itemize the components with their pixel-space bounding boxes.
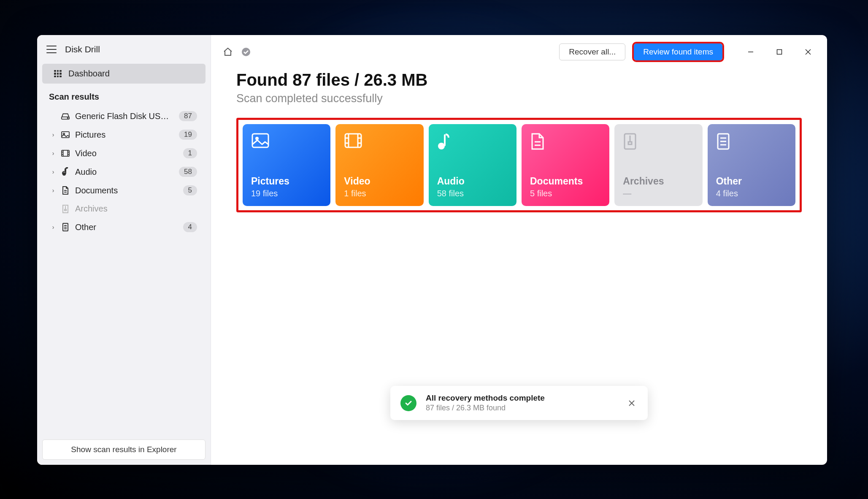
dashboard-label: Dashboard xyxy=(68,69,110,79)
svg-point-11 xyxy=(62,172,66,176)
sidebar-header: Disk Drill xyxy=(37,35,211,64)
card-title: Archives xyxy=(623,176,694,187)
archives-icon xyxy=(623,133,694,154)
card-archives[interactable]: Archives — xyxy=(614,124,702,206)
sidebar-item-count: 4 xyxy=(183,222,197,232)
card-sub: 4 files xyxy=(716,189,787,198)
app-window: Disk Drill Dashboard Scan results › Gene… xyxy=(37,35,827,465)
card-sub: 5 files xyxy=(530,189,601,198)
sidebar-item-device[interactable]: › Generic Flash Disk USB D... 87 xyxy=(42,107,206,125)
svg-rect-40 xyxy=(628,142,632,144)
home-icon[interactable] xyxy=(223,47,233,57)
card-title: Audio xyxy=(437,176,508,187)
drive-icon xyxy=(61,112,70,120)
svg-point-20 xyxy=(242,48,250,56)
device-label: Generic Flash Disk USB D... xyxy=(75,111,174,121)
video-icon xyxy=(61,149,70,157)
other-icon xyxy=(61,222,70,232)
svg-point-34 xyxy=(438,143,445,149)
svg-rect-25 xyxy=(252,134,268,147)
sidebar: Disk Drill Dashboard Scan results › Gene… xyxy=(37,35,211,465)
recover-all-button[interactable]: Recover all... xyxy=(559,43,625,60)
card-sub: 19 files xyxy=(251,189,322,198)
svg-rect-4 xyxy=(62,150,69,156)
card-title: Documents xyxy=(530,176,601,187)
sidebar-item-label: Documents xyxy=(75,186,178,195)
main-panel: Recover all... Review found items Found … xyxy=(211,35,827,465)
window-controls xyxy=(744,45,815,59)
toast-notification: All recovery methods complete 87 files /… xyxy=(390,386,648,420)
sidebar-item-other[interactable]: › Other 4 xyxy=(42,218,206,236)
card-video[interactable]: Video 1 files xyxy=(335,124,423,206)
chevron-icon: › xyxy=(51,168,56,175)
menu-icon[interactable] xyxy=(46,46,57,53)
pictures-icon xyxy=(251,133,322,154)
sidebar-item-count: 1 xyxy=(183,148,197,158)
content: Found 87 files / 26.3 MB Scan completed … xyxy=(211,69,827,212)
maximize-icon[interactable] xyxy=(772,45,787,59)
video-icon xyxy=(344,133,415,154)
archives-icon xyxy=(61,204,70,214)
chevron-icon: › xyxy=(51,150,56,157)
toast-title: All recovery methods complete xyxy=(426,393,617,403)
documents-icon xyxy=(530,133,601,154)
svg-point-26 xyxy=(255,137,259,140)
sidebar-item-label: Archives xyxy=(75,204,197,214)
svg-rect-22 xyxy=(777,50,782,54)
check-badge-icon[interactable] xyxy=(241,47,251,57)
sidebar-item-count: 5 xyxy=(183,185,197,195)
sidebar-item-count: 19 xyxy=(179,130,197,140)
card-sub: — xyxy=(623,189,694,198)
audio-icon xyxy=(61,167,70,176)
dashboard-icon xyxy=(54,70,62,78)
sidebar-item-label: Audio xyxy=(75,167,174,177)
sidebar-item-audio[interactable]: › Audio 58 xyxy=(42,163,206,181)
show-in-explorer-button[interactable]: Show scan results in Explorer xyxy=(42,439,206,460)
category-cards: Pictures 19 files Video 1 files Audio 58… xyxy=(236,118,802,212)
card-audio[interactable]: Audio 58 files xyxy=(429,124,516,206)
svg-point-1 xyxy=(68,118,68,119)
card-title: Video xyxy=(344,176,415,187)
card-title: Other xyxy=(716,176,787,187)
sidebar-item-pictures[interactable]: › Pictures 19 xyxy=(42,125,206,144)
sidebar-item-documents[interactable]: › Documents 5 xyxy=(42,181,206,200)
svg-rect-35 xyxy=(444,134,446,146)
pictures-icon xyxy=(61,131,70,138)
review-found-items-button[interactable]: Review found items xyxy=(634,43,722,60)
other-icon xyxy=(716,133,787,154)
chevron-icon: › xyxy=(51,187,56,194)
card-other[interactable]: Other 4 files xyxy=(708,124,795,206)
device-count: 87 xyxy=(179,111,197,121)
sidebar-item-label: Pictures xyxy=(75,130,174,140)
sidebar-item-dashboard[interactable]: Dashboard xyxy=(42,64,206,84)
documents-icon xyxy=(61,186,70,195)
svg-rect-27 xyxy=(345,134,361,147)
svg-rect-15 xyxy=(65,209,66,211)
audio-icon xyxy=(437,133,508,154)
toolbar: Recover all... Review found items xyxy=(211,35,827,69)
toast-close-icon[interactable] xyxy=(626,397,638,409)
card-pictures[interactable]: Pictures 19 files xyxy=(243,124,330,206)
sidebar-item-label: Video xyxy=(75,149,178,158)
sidebar-item-video[interactable]: › Video 1 xyxy=(42,144,206,163)
app-title: Disk Drill xyxy=(65,44,100,54)
sidebar-item-count: 58 xyxy=(179,167,197,177)
card-title: Pictures xyxy=(251,176,322,187)
chevron-icon: › xyxy=(51,224,56,231)
close-icon[interactable] xyxy=(801,45,815,59)
sidebar-item-archives[interactable]: › Archives xyxy=(42,200,206,218)
card-sub: 58 files xyxy=(437,189,508,198)
svg-rect-2 xyxy=(62,132,69,138)
toast-sub: 87 files / 26.3 MB found xyxy=(426,404,617,412)
card-sub: 1 files xyxy=(344,189,415,198)
chevron-icon: › xyxy=(51,131,56,138)
success-check-icon xyxy=(400,395,416,411)
minimize-icon[interactable] xyxy=(744,45,758,59)
sidebar-item-label: Other xyxy=(75,222,178,232)
card-documents[interactable]: Documents 5 files xyxy=(522,124,609,206)
summary-subtitle: Scan completed successfully xyxy=(236,92,802,105)
sidebar-section-title: Scan results xyxy=(42,89,206,107)
summary-title: Found 87 files / 26.3 MB xyxy=(236,71,802,89)
